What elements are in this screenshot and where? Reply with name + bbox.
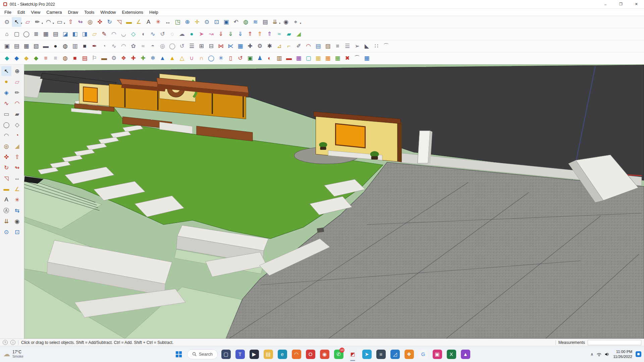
offset-tool[interactable]: ◎ <box>85 17 95 27</box>
image-frame-icon[interactable]: ▣ <box>2 41 12 51</box>
pie-tool[interactable]: ◔ <box>12 130 22 140</box>
grid-green-icon[interactable]: ▦ <box>333 53 342 63</box>
nodes-red-icon[interactable]: ❖ <box>119 53 128 63</box>
axes-tool[interactable]: ✳ <box>12 195 22 205</box>
arch-icon[interactable]: ◠ <box>119 41 128 51</box>
flatten-icon[interactable]: ▰ <box>284 29 294 39</box>
line-tool[interactable]: ✏ <box>12 87 22 98</box>
torus-icon[interactable]: ◯ <box>167 41 177 51</box>
bim-icon[interactable]: ▣ <box>245 53 255 63</box>
arc-dark-icon[interactable]: ⌒ <box>352 53 362 63</box>
smooth-mesh-icon[interactable]: ≈ <box>274 29 284 39</box>
stairs-icon[interactable]: ≣ <box>31 29 41 39</box>
dome-icon[interactable]: ◓ <box>148 41 158 51</box>
file-explorer-icon[interactable]: ▤ <box>262 347 274 361</box>
make-component-tool[interactable]: ◈ <box>1 87 11 98</box>
monitor-teal-icon[interactable]: ▢ <box>304 53 313 63</box>
look-around-tool[interactable]: ◉ <box>12 216 22 226</box>
fence-icon[interactable]: ☰ <box>342 41 352 51</box>
zoom-model-tool[interactable]: ⊙ <box>2 17 12 27</box>
raise-face-icon[interactable]: ⇑ <box>265 29 274 39</box>
plus-grid-red-icon[interactable]: ✚ <box>128 53 138 63</box>
axes-tool[interactable]: ✳ <box>153 17 163 27</box>
menu-item[interactable]: File <box>1 10 14 15</box>
tape-measure-tool[interactable]: ▬ <box>1 184 11 194</box>
shape-tool[interactable]: ▭ <box>55 17 64 27</box>
zoom-window-tool[interactable]: ⊡ <box>212 17 221 27</box>
rectangle-tool[interactable]: ▭ <box>1 109 11 119</box>
info-icon[interactable]: i <box>10 340 15 345</box>
magnet-orange-icon[interactable]: ∩ <box>197 53 206 63</box>
stack-icon[interactable]: ▤ <box>51 29 60 39</box>
desktop-app-icon[interactable]: ▢ <box>220 347 232 361</box>
tray-clock[interactable]: 11:00 PM 11/26/2022 <box>613 349 632 359</box>
dropdown-caret-icon[interactable] <box>300 22 301 25</box>
toggle-terrain-tool[interactable]: ≋ <box>251 17 260 27</box>
stamp-icon[interactable]: ✱ <box>265 41 274 51</box>
teams-icon[interactable]: T <box>234 347 246 361</box>
tray-chevron-icon[interactable]: ∧ <box>591 352 594 357</box>
texture-icon[interactable]: ▦ <box>21 41 31 51</box>
gem-yellow-icon[interactable]: ◆ <box>21 53 31 63</box>
top-view-icon[interactable]: ◧ <box>70 29 80 39</box>
cylinder-icon[interactable]: ◯ <box>21 29 31 39</box>
protractor-tool[interactable]: ∠ <box>12 184 22 194</box>
dark-box-icon[interactable]: ■ <box>80 41 90 51</box>
excel-icon[interactable]: X <box>445 347 458 361</box>
google-icon[interactable]: G <box>417 347 429 361</box>
arc-tool[interactable]: ◠ <box>1 130 11 140</box>
blob-icon[interactable]: ● <box>187 29 197 39</box>
lasso-icon[interactable]: ↺ <box>158 29 167 39</box>
eraser-tool[interactable]: ▱ <box>23 17 33 27</box>
chrome-icon[interactable]: ◉ <box>318 347 331 361</box>
export-arrow-icon[interactable]: ➢ <box>352 41 362 51</box>
add-location-tool[interactable]: ◍ <box>241 17 251 27</box>
swirl-red-icon[interactable]: ↺ <box>235 53 245 63</box>
cone-yellow-icon[interactable]: ▲ <box>167 53 177 63</box>
box-pair-icon[interactable]: ▥ <box>70 41 80 51</box>
magnet-pink-icon[interactable]: ∪ <box>187 53 197 63</box>
photo-icon[interactable]: ▤ <box>12 41 21 51</box>
menu-item[interactable]: Extensions <box>119 10 147 15</box>
pill-red-icon[interactable]: ▬ <box>284 53 294 63</box>
notification-center-icon[interactable] <box>636 351 641 357</box>
help-icon[interactable]: ? <box>3 340 8 345</box>
log-icon[interactable]: ▬ <box>99 53 109 63</box>
wave-icon[interactable]: ∿ <box>109 41 119 51</box>
zoom-tool[interactable]: ⊙ <box>202 17 212 27</box>
media-purple-icon[interactable]: ▲ <box>459 347 472 361</box>
menu-item[interactable]: Tools <box>81 10 97 15</box>
drop-edge-icon[interactable]: ⇓ <box>226 29 235 39</box>
hatch-icon[interactable]: ▨ <box>323 41 333 51</box>
dimension-tool[interactable]: ↔ <box>12 173 22 183</box>
tool-gray-icon[interactable]: ⚙ <box>109 53 119 63</box>
grid-purple-icon[interactable]: ▦ <box>294 53 304 63</box>
dropdown-caret-icon[interactable] <box>53 22 54 25</box>
raise-vertex-icon[interactable]: ⇑ <box>245 29 255 39</box>
eraser-tool[interactable]: ▱ <box>12 77 22 87</box>
menu-item[interactable]: Help <box>146 10 161 15</box>
dimension-tool[interactable]: ↔ <box>163 17 173 27</box>
warning-icon[interactable]: △ <box>177 53 187 63</box>
curve-pink-icon[interactable]: ↝ <box>206 29 216 39</box>
gear-icon[interactable]: ⚙ <box>255 41 265 51</box>
rotated-rectangle-tool[interactable]: ▰ <box>12 109 22 119</box>
flip-tool[interactable]: ⇆ <box>12 205 22 216</box>
grid-yellow-icon[interactable]: ▦ <box>313 53 323 63</box>
edge-icon[interactable]: e <box>276 347 288 361</box>
edge-link-icon[interactable]: ⋉ <box>226 41 235 51</box>
menu-item[interactable]: Camera <box>43 10 65 15</box>
drop-face-icon[interactable]: ⇓ <box>235 29 245 39</box>
vscode-icon[interactable]: ◿ <box>389 347 401 361</box>
orbit-tool[interactable]: ⊕ <box>12 66 22 76</box>
fan-arc2-icon[interactable]: ◡ <box>119 29 128 39</box>
weld-icon[interactable]: ✚ <box>245 41 255 51</box>
line-tool[interactable]: ✏ <box>33 17 42 27</box>
fan-arc-icon[interactable]: ◠ <box>109 29 119 39</box>
select-tool[interactable]: ↖ <box>1 66 11 76</box>
previous-view-tool[interactable]: ↶ <box>231 17 241 27</box>
menu-item[interactable]: Edit <box>14 10 28 15</box>
grid-orange-icon[interactable]: ▦ <box>323 53 333 63</box>
firefox-icon[interactable]: ◠ <box>290 347 303 361</box>
front-view-icon[interactable]: ◨ <box>80 29 90 39</box>
